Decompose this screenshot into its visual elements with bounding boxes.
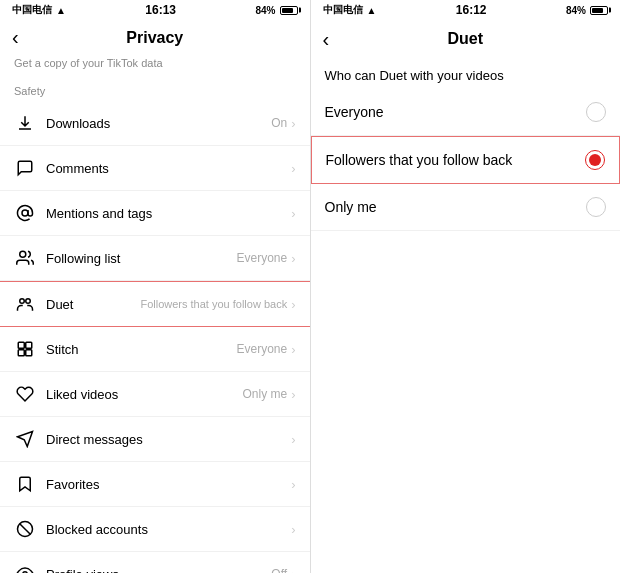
- heart-icon: [14, 383, 36, 405]
- page-title-left: Privacy: [126, 29, 183, 47]
- menu-label-liked: Liked videos: [46, 387, 242, 402]
- menu-item-messages[interactable]: Direct messages ›: [0, 417, 310, 462]
- menu-label-favorites: Favorites: [46, 477, 291, 492]
- chevron-messages: ›: [291, 432, 295, 447]
- radio-dot-followers: [589, 154, 601, 166]
- radio-label-followers: Followers that you follow back: [326, 152, 586, 168]
- svg-rect-7: [26, 350, 32, 356]
- battery-percent-left: 84%: [255, 5, 275, 16]
- menu-value-duet: Followers that you follow back: [140, 298, 287, 310]
- chevron-profile: ›: [291, 567, 295, 574]
- block-icon: [14, 518, 36, 540]
- svg-rect-4: [18, 342, 24, 348]
- back-button-left[interactable]: ‹: [12, 26, 19, 49]
- eye-icon: [14, 563, 36, 573]
- radio-circle-followers: [585, 150, 605, 170]
- chevron-comments: ›: [291, 161, 295, 176]
- menu-value-liked: Only me: [242, 387, 287, 401]
- following-icon: [14, 247, 36, 269]
- status-left-right: 中国电信 ▲: [323, 3, 377, 17]
- time-left: 16:13: [145, 3, 176, 17]
- menu-item-blocked[interactable]: Blocked accounts ›: [0, 507, 310, 552]
- section-label-safety: Safety: [0, 77, 310, 101]
- status-right-left: 84%: [255, 5, 297, 16]
- chevron-stitch: ›: [291, 342, 295, 357]
- menu-label-following: Following list: [46, 251, 236, 266]
- duet-panel: 中国电信 ▲ 16:12 84% ‹ Duet Who can Duet wit…: [311, 0, 621, 573]
- menu-item-comments[interactable]: Comments ›: [0, 146, 310, 191]
- duet-section-title: Who can Duet with your videos: [311, 58, 621, 89]
- menu-label-stitch: Stitch: [46, 342, 236, 357]
- chevron-duet: ›: [291, 297, 295, 312]
- page-title-right: Duet: [447, 30, 483, 48]
- menu-value-downloads: On: [271, 116, 287, 130]
- svg-point-3: [26, 299, 31, 304]
- battery-percent-right: 84%: [566, 5, 586, 16]
- chevron-blocked: ›: [291, 522, 295, 537]
- back-button-right[interactable]: ‹: [323, 28, 330, 51]
- menu-item-downloads[interactable]: Downloads On ›: [0, 101, 310, 146]
- carrier-left: 中国电信: [12, 3, 52, 17]
- svg-point-0: [22, 210, 28, 216]
- nav-bar-right: ‹ Duet: [311, 20, 621, 58]
- chevron-liked: ›: [291, 387, 295, 402]
- chevron-favorites: ›: [291, 477, 295, 492]
- at-icon: [14, 202, 36, 224]
- menu-value-following: Everyone: [236, 251, 287, 265]
- radio-label-only-me: Only me: [325, 199, 587, 215]
- bookmark-icon: [14, 473, 36, 495]
- menu-item-duet[interactable]: Duet Followers that you follow back ›: [0, 281, 310, 327]
- svg-point-1: [20, 251, 26, 257]
- menu-label-downloads: Downloads: [46, 116, 271, 131]
- menu-label-blocked: Blocked accounts: [46, 522, 291, 537]
- message-icon: [14, 428, 36, 450]
- download-icon: [14, 112, 36, 134]
- chevron-downloads: ›: [291, 116, 295, 131]
- wifi-icon-left: ▲: [56, 5, 66, 16]
- menu-item-liked[interactable]: Liked videos Only me ›: [0, 372, 310, 417]
- battery-icon-right: [590, 6, 608, 15]
- radio-circle-everyone: [586, 102, 606, 122]
- time-right: 16:12: [456, 3, 487, 17]
- battery-icon-left: [280, 6, 298, 15]
- chevron-following: ›: [291, 251, 295, 266]
- carrier-right: 中国电信: [323, 3, 363, 17]
- menu-item-stitch[interactable]: Stitch Everyone ›: [0, 327, 310, 372]
- menu-label-comments: Comments: [46, 161, 291, 176]
- menu-label-duet: Duet: [46, 297, 140, 312]
- radio-item-everyone[interactable]: Everyone: [311, 89, 621, 136]
- menu-item-favorites[interactable]: Favorites ›: [0, 462, 310, 507]
- radio-item-only-me[interactable]: Only me: [311, 184, 621, 231]
- menu-value-stitch: Everyone: [236, 342, 287, 356]
- menu-label-messages: Direct messages: [46, 432, 291, 447]
- svg-line-10: [20, 524, 31, 535]
- wifi-icon-right: ▲: [367, 5, 377, 16]
- radio-item-followers[interactable]: Followers that you follow back: [311, 136, 621, 184]
- menu-item-mentions[interactable]: Mentions and tags ›: [0, 191, 310, 236]
- radio-label-everyone: Everyone: [325, 104, 587, 120]
- status-right-right: 84%: [566, 5, 608, 16]
- duet-icon: [14, 293, 36, 315]
- radio-circle-only-me: [586, 197, 606, 217]
- status-left: 中国电信 ▲: [12, 3, 66, 17]
- comment-icon: [14, 157, 36, 179]
- menu-item-profile[interactable]: Profile views Off ›: [0, 552, 310, 573]
- svg-point-2: [20, 299, 25, 304]
- page-subtitle: Get a copy of your TikTok data: [0, 55, 310, 77]
- stitch-icon: [14, 338, 36, 360]
- svg-rect-6: [18, 350, 24, 356]
- status-bar-right: 中国电信 ▲ 16:12 84%: [311, 0, 621, 20]
- svg-rect-5: [26, 342, 32, 348]
- privacy-panel: 中国电信 ▲ 16:13 84% ‹ Privacy Get a copy of…: [0, 0, 310, 573]
- nav-bar-left: ‹ Privacy: [0, 20, 310, 55]
- svg-marker-8: [18, 432, 33, 447]
- menu-value-profile: Off: [271, 567, 287, 573]
- menu-label-profile: Profile views: [46, 567, 271, 574]
- chevron-mentions: ›: [291, 206, 295, 221]
- menu-label-mentions: Mentions and tags: [46, 206, 291, 221]
- menu-item-following[interactable]: Following list Everyone ›: [0, 236, 310, 281]
- status-bar-left: 中国电信 ▲ 16:13 84%: [0, 0, 310, 20]
